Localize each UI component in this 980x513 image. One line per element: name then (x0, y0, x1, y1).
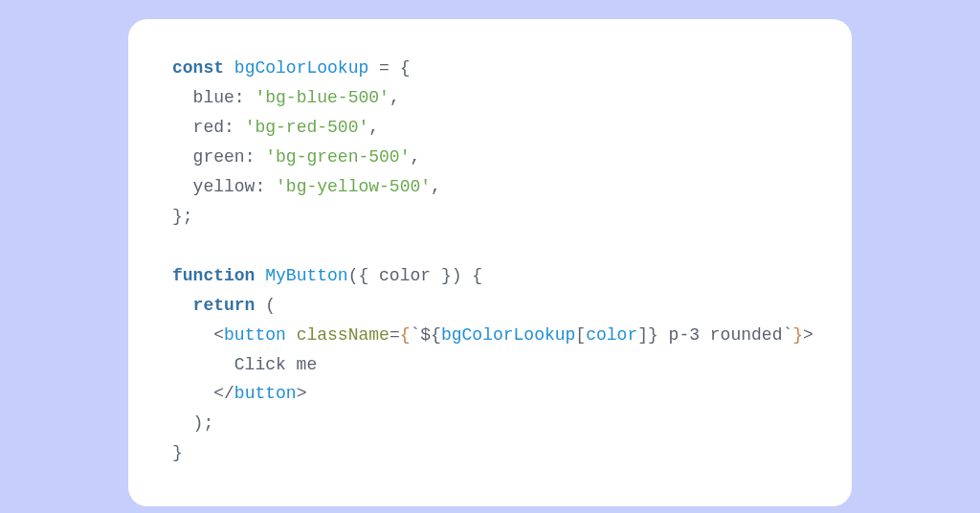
colon: : (234, 88, 256, 107)
fn-close: } (172, 443, 183, 462)
backtick: ` (782, 325, 792, 345)
bracket-close: ] (637, 325, 648, 345)
prop-blue: blue (193, 88, 234, 107)
prop-green: green (193, 147, 245, 167)
identifier-MyButton: MyButton (265, 266, 347, 285)
fn-sig-close: }) { (431, 266, 482, 285)
punct: = { (368, 58, 410, 78)
jsx-brace-close: } (792, 325, 803, 345)
interp-close: } (648, 325, 658, 345)
prop-yellow: yellow (193, 177, 256, 196)
string-blue: bg-blue-500 (265, 88, 379, 107)
fn-sig-open: ({ (348, 266, 379, 285)
keyword-function: function (172, 266, 255, 285)
keyword-return: return (193, 296, 256, 315)
interp-open: ${ (420, 325, 441, 345)
attr-className: className (297, 325, 390, 345)
bracket-open: [ (575, 325, 586, 345)
quote: ' (379, 88, 390, 107)
ref-color: color (586, 325, 637, 345)
ref-bgColorLookup: bgColorLookup (441, 325, 575, 345)
comma: , (410, 147, 420, 167)
quote: ' (358, 118, 368, 137)
code-card: const bgColorLookup = { blue: 'bg-blue-5… (128, 19, 852, 506)
string-red: bg-red-500 (255, 118, 358, 137)
string-yellow: bg-yellow-500 (286, 177, 420, 196)
comma: , (431, 177, 441, 196)
code-block: const bgColorLookup = { blue: 'bg-blue-5… (172, 54, 808, 468)
string-green: bg-green-500 (276, 147, 400, 167)
angle-open: < (213, 325, 224, 345)
quote: ' (245, 118, 256, 137)
close-object: }; (172, 207, 193, 226)
tag-button-close: button (234, 384, 297, 403)
paren-close: ); (193, 413, 214, 433)
tag-button-open: button (224, 325, 286, 345)
quote: ' (265, 147, 276, 167)
colon: : (245, 147, 266, 167)
template-tail: p-3 rounded (658, 325, 783, 345)
return-open: ( (255, 296, 276, 315)
jsx-brace-open: { (400, 325, 411, 345)
backtick: ` (411, 325, 421, 345)
param-color: color (379, 266, 431, 285)
colon: : (255, 177, 276, 196)
quote: ' (400, 147, 411, 167)
prop-red: red (193, 118, 224, 137)
angle-close-open: </ (213, 384, 234, 403)
keyword-const: const (172, 58, 224, 78)
quote: ' (420, 177, 431, 196)
identifier-bgColorLookup: bgColorLookup (234, 58, 368, 78)
eq: = (390, 325, 400, 345)
comma: , (368, 118, 379, 137)
angle-close: > (803, 325, 813, 345)
quote: ' (276, 177, 286, 196)
quote: ' (255, 88, 265, 107)
angle-close: > (297, 384, 307, 403)
comma: , (390, 88, 400, 107)
button-text: Click me (234, 355, 317, 374)
colon: : (224, 118, 245, 137)
